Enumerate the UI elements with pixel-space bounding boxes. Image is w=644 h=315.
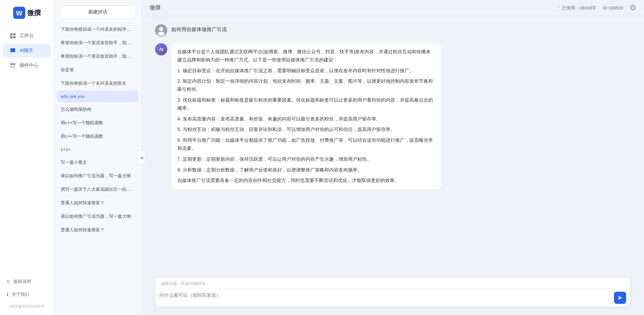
avatar [155,24,167,36]
history-item[interactable]: 请以如何推广引流为题，写一篇大纲 [57,210,139,223]
sidebar-item-ai-chat[interactable]: AI聊天 [3,44,51,57]
svg-rect-3 [13,33,16,35]
message-paragraph: 5. 与粉丝互动：积极与粉丝互动，回复评论和私信，可以增加用户对你的认可和信任，… [177,126,435,134]
history-item[interactable]: 普通人如何快速致富？ [57,196,139,209]
collapse-icon: ◀ [140,155,143,160]
usage-info: 📄 已使用：28318字 [554,5,596,11]
user-id: ID:100519 [603,5,623,10]
ai-chat-icon [9,47,16,54]
copyright-icon: © [7,279,10,284]
history-item[interactable]: 用c++写一个随机函数 [57,130,139,143]
usage-label: 已使用：28318字 [562,5,596,11]
collapse-button[interactable]: ◀ [137,151,145,164]
message-paragraph: 1. 确定目标受众：在开始自媒体推广引流之前，需要明确目标受众是谁，以便在发布内… [177,67,435,75]
history-item[interactable]: 你是谁 [57,63,139,76]
svg-rect-7 [13,63,15,65]
message-bubble: 自媒体平台是个人或团队通过互联网平台(如博客、微博、微信公众号、抖音、快手等)发… [171,43,441,189]
message-paragraph: 2. 制定内容计划：制定一份详细的内容计划，包括发布时间、频率、主题、文案、图片… [177,77,435,94]
plugin-icon [9,62,16,69]
logo-icon: W [13,7,25,19]
svg-rect-4 [10,36,12,38]
top-header: 微撰 📄 已使用：28318字 ID:100519 [142,0,644,16]
history-item[interactable]: 希望你扮演一个英语发音助手，我提供给你... [57,50,139,63]
svg-text:AI: AI [159,47,164,52]
svg-text:W: W [16,9,22,17]
logout-button[interactable] [630,4,636,12]
svg-point-10 [159,27,163,31]
history-item[interactable]: 撰写一篇关于八大家花园社区一刻钟便民生... [57,183,139,196]
message-paragraph: 8. 分析数据：定期分析数据，了解用户反馈和喜好，以便调整推广策略和内容发布频率… [177,166,435,174]
sidebar-item-plugin[interactable]: 插件中心 [3,59,51,72]
header-right: 📄 已使用：28318字 ID:100519 [554,4,636,12]
usage-doc-icon: 📄 [554,5,560,11]
message-text: 如何用自媒体做推广引流 [171,24,227,36]
history-item[interactable]: 请以如何推广引流为题，写一篇大纲 [57,169,139,182]
chat-input[interactable] [159,292,614,304]
input-area: 选择话题，快速与我对话： [155,277,631,307]
about-icon: ℹ [7,292,8,297]
sidebar-bottom: © 版权说明 ℹ 关于我们 京ICP备2022015940号 [0,276,54,312]
svg-point-11 [158,32,165,36]
logo-area: W 微撰 [10,7,44,19]
sidebar: W 微撰 工作台 AI聊天 插件中心 © 版权说明 ℹ [0,0,54,315]
history-item[interactable]: 下面你将扮演一个名叫圣友的医生 [57,77,139,90]
chat-area: 微撰 📄 已使用：28318字 ID:100519 如何用自媒体做推广引流AI自… [142,0,644,315]
message-row: 如何用自媒体做推广引流 [155,24,631,36]
message-paragraph: 自媒体平台是个人或团队通过互联网平台(如博客、微博、微信公众号、抖音、快手等)发… [177,48,435,64]
sidebar-item-ai-chat-label: AI聊天 [20,48,33,54]
svg-rect-5 [13,36,16,38]
header-title: 微撰 [150,4,160,11]
sidebar-item-about[interactable]: ℹ 关于我们 [3,289,51,300]
history-panel: 新建对话 下面你将模拟成一个叫圣友的程序员，我说...希望你扮演一个英语发音助手… [54,0,142,315]
message-paragraph: 7. 定期更新：定期更新内容，保持活跃度，可以让用户对你的内容产生兴趣，增加用户… [177,155,435,163]
history-item[interactable]: 怎么做狗屎炒肉 [57,103,139,116]
nav-items: 工作台 AI聊天 插件中心 [0,29,54,276]
icp-text: 京ICP备2022015940号 [3,301,51,312]
input-row [155,289,630,307]
history-list: 下面你将模拟成一个叫圣友的程序员，我说...希望你扮演一个英语发音助手，我提供给… [54,23,141,315]
app-name: 微撰 [27,8,41,18]
svg-rect-2 [10,33,12,35]
history-item[interactable]: who are you [57,90,139,102]
sidebar-item-workbench-label: 工作台 [20,33,34,39]
sidebar-item-plugin-label: 插件中心 [20,62,38,69]
new-chat-button[interactable]: 新建对话 [59,5,136,19]
message-paragraph: 6. 利用平台推广功能：自媒体平台都提供了推广功能，如广告投放、付费推广等，可以… [177,136,435,153]
message-paragraph: 4. 发布高质量内容：发布高质量、有价值、有趣的内容可以吸引更多的粉丝，并提高用… [177,115,435,123]
history-item[interactable]: 写一篇小黄文 [57,156,139,169]
quick-topics-label: 选择话题，快速与我对话： [155,278,630,289]
history-item[interactable]: 普通人如何快速致富？ [57,224,139,236]
send-button[interactable] [614,292,626,304]
history-item[interactable]: 用c++写一个随机函数 [57,116,139,129]
message-paragraph: 自媒体推广引流需要具备一定的内容创作和社交能力，同时也需要不断尝试和优化，才能取… [177,177,435,185]
sidebar-item-copyright-label: 版权说明 [13,279,31,285]
history-item[interactable]: 下面你将模拟成一个叫圣友的程序员，我说... [57,23,139,36]
sidebar-item-workbench[interactable]: 工作台 [3,29,51,43]
ai-avatar: AI [155,43,167,55]
history-item[interactable]: 希望你扮演一个英语发音助手，我提供给你... [57,36,139,49]
message-row: AI自媒体平台是个人或团队通过互联网平台(如博客、微博、微信公众号、抖音、快手等… [155,43,631,189]
history-item[interactable]: 1+1= [57,143,139,155]
message-paragraph: 3. 优化标题和标签：标题和标签是吸引粉丝的重要因素。优化标题和标签可以让更多的… [177,96,435,112]
workbench-icon [9,32,16,39]
messages-container: 如何用自媒体做推广引流AI自媒体平台是个人或团队通过互联网平台(如博客、微博、微… [142,16,644,277]
sidebar-item-copyright[interactable]: © 版权说明 [3,276,51,287]
svg-rect-6 [10,63,12,65]
sidebar-item-about-label: 关于我们 [12,291,29,297]
